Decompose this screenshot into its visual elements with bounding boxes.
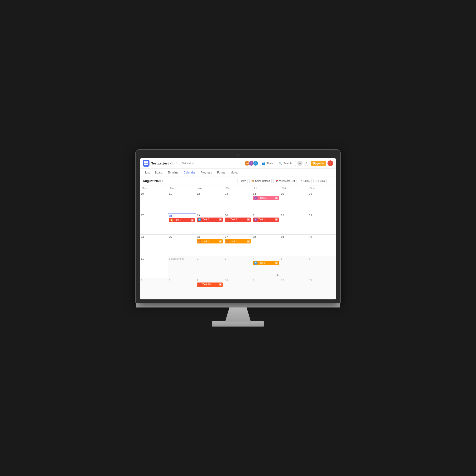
chevron-down-icon[interactable]: ▾ [162, 180, 163, 182]
day-cell[interactable]: 17 [140, 213, 168, 235]
task-event[interactable]: J Task 10 ▣ [197, 283, 223, 287]
day-header-sat: Sat [280, 186, 308, 191]
tab-board[interactable]: Board [153, 170, 165, 176]
day-cell-other[interactable]: 13 [308, 278, 336, 299]
help-button[interactable]: ? [304, 161, 309, 166]
day-cell-other[interactable]: 1 September [168, 256, 196, 278]
day-cell[interactable]: 14 A · Task 1 ▣ [252, 191, 280, 213]
task-icon: ▣ [219, 240, 221, 243]
day-cell-today[interactable]: 18 S Task 2 ▣ [168, 213, 196, 235]
task-event[interactable]: S Task 2 ▣ [169, 218, 195, 222]
day-number: 16 [309, 192, 335, 195]
fields-button[interactable]: ☰ Fields [313, 179, 327, 183]
color-icon: 🎨 [251, 180, 254, 182]
day-number: 2 [197, 257, 223, 260]
day-cell[interactable]: 23 [308, 213, 336, 235]
search-icon: 🔍 [279, 162, 282, 165]
rules-button[interactable]: ◇ Rules [299, 179, 311, 183]
search-bar[interactable]: 🔍 Search [277, 161, 296, 166]
task-event[interactable]: S Task 9 ▣ [225, 239, 251, 243]
task-event[interactable]: S Task 8 ▣ [197, 239, 223, 243]
day-cell-other[interactable]: 3 [224, 256, 252, 278]
day-cell-other[interactable]: 9 J Task 10 ▣ [196, 278, 224, 299]
today-button[interactable]: Today [237, 179, 248, 183]
chevron-down-icon[interactable]: ▾ [170, 162, 171, 165]
share-icon: 👥 [262, 162, 265, 165]
day-cell-other[interactable]: 4 M Task 6 ▣ [252, 256, 280, 278]
tab-progress[interactable]: Progress [198, 170, 214, 176]
day-cell[interactable]: 30 [308, 235, 336, 256]
day-number: 8 [169, 279, 195, 282]
day-cell[interactable]: 13 [224, 191, 252, 213]
task-icon: ▣ [247, 240, 250, 243]
day-cell-other[interactable]: 6 [308, 256, 336, 278]
tab-list[interactable]: List [143, 170, 152, 176]
day-number: 1 September [169, 257, 195, 260]
day-cell[interactable]: 21 A Task 4 ▣ [252, 213, 280, 235]
share-button[interactable]: 👥 Share [260, 161, 275, 166]
day-cell[interactable]: 12 [196, 191, 224, 213]
user-avatar[interactable]: U [327, 160, 333, 166]
project-name[interactable]: Test project [151, 162, 169, 165]
day-cell-other[interactable]: 8 [168, 278, 196, 299]
day-cell-other[interactable]: 12 [280, 278, 308, 299]
day-cell[interactable]: 31 [140, 256, 168, 278]
weekends-button[interactable]: 📅 Weekends: Off [273, 179, 297, 183]
monitor-wrapper: Test project ▾ ⓘ ☆ ○ Set status A B C [131, 150, 345, 326]
tab-forms[interactable]: Forms [215, 170, 227, 176]
day-number: 12 [281, 279, 307, 282]
day-cell[interactable]: 26 S Task 8 ▣ [196, 235, 224, 256]
tab-more[interactable]: More... [228, 170, 241, 176]
task-event[interactable]: A · Task 1 ▣ [253, 196, 279, 200]
day-number: 26 [197, 236, 223, 238]
day-cell-other[interactable]: 10 [224, 278, 252, 299]
day-cell-other[interactable]: 2 [196, 256, 224, 278]
task-avatar: J [198, 283, 201, 286]
color-button[interactable]: 🎨 Color: Default [249, 179, 272, 183]
day-header-sun: Sun [308, 186, 336, 191]
star-icon[interactable]: ☆ [175, 162, 178, 165]
task-event[interactable]: A Task 4 ▣ [253, 218, 279, 222]
day-cell[interactable]: 20 J Task 8 ▣ [224, 213, 252, 235]
task-avatar: M [254, 261, 257, 265]
upgrade-button[interactable]: Upgrade [311, 161, 326, 166]
day-number: 4 [253, 257, 279, 260]
task-label: Task 8 [202, 240, 218, 242]
calendar-icon: 📅 [275, 180, 278, 182]
day-number: 30 [309, 236, 335, 238]
day-headers: Mon Tue Wed Thu Fri Sat Sun [140, 186, 336, 191]
day-cell-other[interactable]: 11 [252, 278, 280, 299]
day-cell[interactable]: 25 [168, 235, 196, 256]
task-event[interactable]: M Task 6 ▣ [253, 261, 279, 265]
tab-calendar[interactable]: Calendar [181, 170, 198, 176]
day-cell[interactable]: 28 [252, 235, 280, 256]
tab-timeline[interactable]: Timeline [165, 170, 181, 176]
add-button[interactable]: + [297, 161, 303, 166]
day-number: 17 [141, 214, 167, 217]
day-cell[interactable]: 11 [168, 191, 196, 213]
day-number: 13 [225, 192, 251, 195]
day-cell[interactable]: 10 [140, 191, 168, 213]
task-event[interactable]: M Task 3 ▣ [197, 218, 223, 222]
day-cell[interactable]: 19 M Task 3 ▣ [196, 213, 224, 235]
week-row: 7 8 9 J Task 10 ▣ 10 11 12 13 [140, 278, 336, 299]
day-cell[interactable]: 22 [280, 213, 308, 235]
more-options-button[interactable]: ··· [328, 179, 333, 183]
week-row: 24 25 26 S Task 8 ▣ 27 S [140, 235, 336, 256]
day-cell-other[interactable]: 5 [280, 256, 308, 278]
task-avatar: S [170, 219, 173, 222]
day-number-today: 18 [169, 214, 195, 217]
day-cell[interactable]: 16 [308, 191, 336, 213]
day-number: 19 [197, 214, 223, 217]
day-cell-other[interactable]: 7 [140, 278, 168, 299]
day-cell[interactable]: 15 [280, 191, 308, 213]
day-cell[interactable]: 29 [280, 235, 308, 256]
task-label: Task 9 [230, 240, 246, 242]
day-number: 24 [141, 236, 167, 238]
day-cell[interactable]: 24 [140, 235, 168, 256]
day-header-thu: Thu [224, 186, 252, 191]
set-status[interactable]: ○ Set status [180, 162, 194, 165]
avatars-group: A B C [244, 160, 258, 166]
task-event[interactable]: J Task 8 ▣ [225, 218, 251, 222]
day-cell[interactable]: 27 S Task 9 ▣ [224, 235, 252, 256]
